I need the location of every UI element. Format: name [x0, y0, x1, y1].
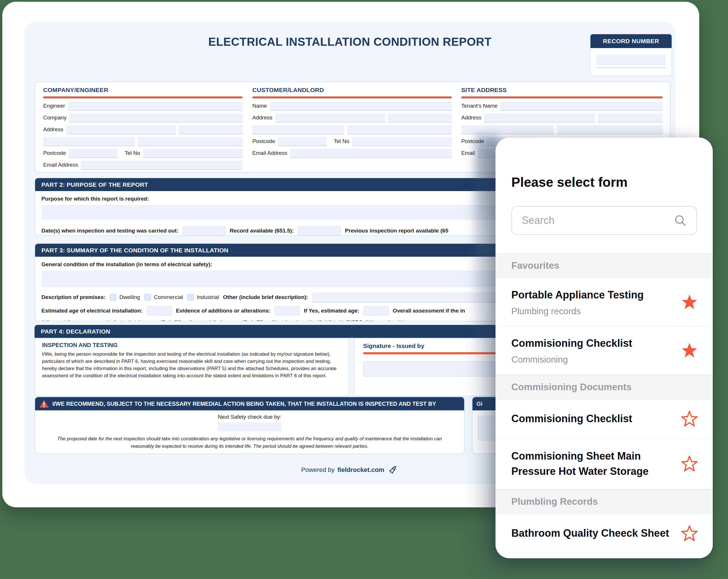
industrial-label: Industrial [197, 294, 219, 300]
address-line2-input[interactable] [179, 125, 242, 134]
warning-icon [39, 399, 49, 408]
telno-input[interactable] [352, 137, 452, 146]
email-input[interactable] [81, 161, 242, 169]
recommendation-text: I/WE RECOMMEND, SUBJECT TO THE NECESSARY… [52, 401, 436, 407]
previous-report-label: Previous inspection report available (65 [345, 228, 448, 234]
company-input[interactable] [69, 113, 242, 122]
overall-assessment-label: Overall assessment if the in [393, 308, 465, 314]
star-outline-icon[interactable] [681, 455, 698, 472]
address-line2-input[interactable] [598, 113, 663, 122]
address-line3-input[interactable] [252, 125, 344, 134]
fieldrocket-link[interactable]: fieldrocket.com [338, 466, 385, 474]
commercial-label: Commercial [154, 294, 183, 300]
dwelling-label: Dwelling [120, 294, 140, 300]
site-address-heading: SITE ADDRESS [461, 87, 663, 94]
list-item[interactable]: Commisioning Checklist Commisioning [495, 326, 713, 375]
search-box[interactable] [511, 206, 697, 235]
search-input[interactable] [521, 214, 673, 227]
section-header-favourites: Favourites [495, 253, 713, 278]
tenant-name-label: Tenant's Name [461, 103, 497, 109]
name-label: Name [252, 103, 267, 109]
next-check-note: The proposed date for the next inspectio… [52, 435, 447, 450]
address-line3-input[interactable] [43, 137, 135, 146]
address-line1-input[interactable] [484, 113, 595, 122]
ifyes-age-label: If Yes, estimated age: [304, 308, 359, 314]
record-available-label: Record available (651.5): [230, 228, 294, 234]
form-title: Bathroom Quality Cheeck Sheet [511, 526, 673, 541]
address-label: Address [461, 114, 482, 121]
list-item[interactable]: Portable Appliance Testing Plumbing reco… [495, 278, 713, 326]
company-engineer-column: COMPANY/ENGINEER Engineer Company Addres… [43, 87, 242, 169]
dwelling-checkbox[interactable] [110, 294, 116, 301]
tenant-name-input[interactable] [500, 102, 663, 110]
address-label: Address [252, 114, 272, 121]
form-title: Commisioning Checklist [511, 336, 673, 351]
address-line3-input[interactable] [461, 125, 554, 134]
premises-label: Description of premises: [42, 294, 106, 300]
record-available-input[interactable] [298, 226, 341, 235]
address-line1-input[interactable] [276, 113, 385, 122]
telno-input[interactable] [143, 149, 242, 157]
recommendation-header: I/WE RECOMMEND, SUBJECT TO THE NECESSARY… [35, 397, 464, 411]
record-number-box: RECORD NUMBER [590, 34, 672, 76]
list-item[interactable]: Commisioning Checklist [495, 399, 713, 439]
company-engineer-heading: COMPANY/ENGINEER [43, 87, 242, 94]
record-number-input[interactable] [596, 55, 666, 65]
address-label: Address [43, 126, 63, 133]
rocket-icon [387, 464, 398, 476]
list-item[interactable]: Bathroom Quality Cheeck Sheet [495, 514, 713, 553]
powered-by-label: Powered by [301, 466, 335, 474]
recommendation-box: I/WE RECOMMEND, SUBJECT TO THE NECESSARY… [34, 397, 465, 454]
email-label: Email Address [252, 150, 287, 156]
company-label: Company [43, 114, 67, 121]
telno-label: Tel No [125, 150, 140, 156]
section-header-plumbling-records: Plumbling Records [495, 489, 713, 514]
inspection-date-label: Date(s) when inspection and testing was … [42, 228, 178, 234]
postcode-input[interactable] [69, 149, 118, 157]
star-outline-icon[interactable] [681, 525, 698, 542]
evidence-label: Evidence of additions or alterations: [176, 308, 270, 314]
heading-underline [461, 97, 663, 99]
next-check-input[interactable] [218, 422, 281, 431]
heading-underline [43, 97, 242, 99]
address-line2-input[interactable] [388, 113, 452, 122]
industrial-checkbox[interactable] [187, 294, 194, 301]
modal-title: Please select form [511, 175, 697, 190]
name-input[interactable] [270, 102, 452, 110]
email-label: Email [461, 150, 475, 156]
form-list: Favourites Portable Appliance Testing Pl… [495, 253, 713, 553]
engineer-input[interactable] [68, 102, 242, 110]
record-number-header: RECORD NUMBER [591, 34, 672, 48]
telno-label: Tel No [334, 138, 349, 144]
star-filled-icon[interactable] [681, 342, 698, 359]
list-item[interactable]: Commisioning Sheet Main Pressure Hot Wat… [495, 439, 713, 489]
heading-underline [252, 97, 452, 99]
page-title: ELECTRICAL INSTALLATION CONDITION REPORT [24, 35, 675, 48]
inspection-date-input[interactable] [182, 226, 226, 235]
postcode-label: Postcode [43, 150, 66, 156]
email-input[interactable] [290, 149, 452, 157]
address-line4-input[interactable] [347, 125, 452, 134]
form-title: Commisioning Sheet Main Pressure Hot Wat… [511, 449, 673, 479]
form-subtitle: Commisioning [511, 354, 673, 365]
star-outline-icon[interactable] [681, 411, 698, 427]
address-line1-input[interactable] [66, 125, 176, 134]
postcode-label: Postcode [252, 138, 275, 144]
engineer-label: Engineer [43, 103, 65, 109]
estimated-age-input[interactable] [147, 306, 172, 315]
commercial-checkbox[interactable] [144, 294, 151, 301]
page-background: ELECTRICAL INSTALLATION CONDITION REPORT… [0, 0, 728, 579]
estimated-age-label: Estimated age of electrical installation… [42, 308, 143, 314]
address-line4-input[interactable] [138, 137, 242, 146]
postcode-input[interactable] [278, 137, 327, 146]
form-title: Portable Appliance Testing [511, 288, 673, 302]
next-check-label: Next Safety check due by: [35, 414, 464, 420]
modal-edge-glow [475, 135, 498, 466]
evidence-input[interactable] [275, 306, 300, 315]
customer-landlord-column: CUSTOMER/LANDLORD Name Address PostcodeT… [252, 87, 452, 157]
star-filled-icon[interactable] [681, 294, 698, 311]
ifyes-age-input[interactable] [363, 306, 389, 315]
address-line4-input[interactable] [557, 125, 663, 134]
record-number-underline [596, 67, 666, 68]
customer-landlord-heading: CUSTOMER/LANDLORD [252, 87, 452, 94]
